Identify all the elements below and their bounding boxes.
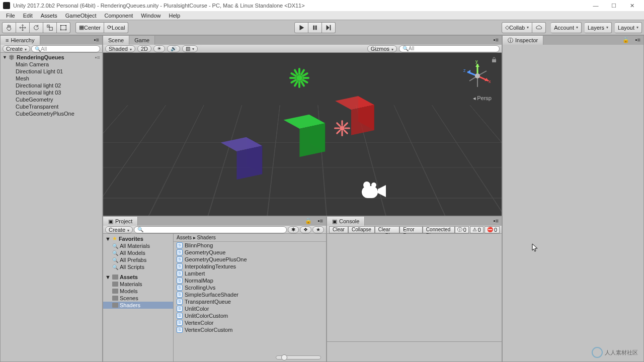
camera-icon [360, 181, 388, 201]
pivot-center-button[interactable]: ▦ Center [75, 22, 104, 33]
search-filter-icon[interactable]: ✱ [288, 226, 299, 233]
shader-file[interactable]: SGeometryQueue [174, 249, 326, 256]
lock-icon[interactable] [492, 57, 497, 63]
favorite-item[interactable]: 🔍All Scripts [103, 263, 173, 270]
orientation-gizmo[interactable]: y x z [462, 61, 493, 91]
hierarchy-item[interactable]: Directional light 02 [1, 82, 102, 89]
hierarchy-item[interactable]: CubeGeometryPlusOne [1, 110, 102, 117]
shader-file[interactable]: SUnlitColor [174, 305, 326, 312]
shader-file[interactable]: SLambert [174, 270, 326, 277]
project-search[interactable]: 🔍 [134, 226, 287, 233]
perspective-label[interactable]: Persp [473, 95, 492, 102]
panel-menu-icon[interactable]: ▪≡ [315, 217, 326, 226]
rect-tool[interactable] [57, 22, 70, 33]
console-connected-player[interactable]: Connected Playe [423, 226, 455, 233]
search-filter-icon[interactable]: ❖ [300, 226, 311, 233]
shader-file[interactable]: SUnlitColorCustom [174, 312, 326, 319]
favorite-item[interactable]: 🔍All Materials [103, 242, 173, 249]
fx-dropdown[interactable]: ▧ [182, 45, 198, 52]
console-info-count[interactable]: ⓘ0 [455, 226, 469, 233]
shader-file[interactable]: STransparentQueue [174, 298, 326, 305]
panel-menu-icon[interactable]: ▪≡ [491, 36, 502, 45]
gizmos-dropdown[interactable]: Gizmos [367, 45, 397, 52]
shader-file[interactable]: SVertexColor [174, 319, 326, 326]
panel-menu-icon[interactable]: ▪≡ [91, 36, 102, 45]
hierarchy-tab[interactable]: ≡Hierarchy [1, 36, 40, 45]
folder-item[interactable]: Models [103, 288, 173, 295]
scale-tool[interactable] [43, 22, 57, 33]
hierarchy-item[interactable]: CubeTransparent [1, 103, 102, 110]
scene-search[interactable]: 🔍All [399, 45, 500, 52]
menu-window[interactable]: Window [137, 12, 165, 20]
game-tab[interactable]: Game [129, 36, 155, 45]
console-clear-on-play[interactable]: Clear on Play [375, 226, 399, 233]
close-button[interactable]: ✕ [623, 1, 641, 11]
hierarchy-item[interactable]: Directional Light 01 [1, 68, 102, 75]
hierarchy-item[interactable]: Main Camera [1, 61, 102, 68]
shader-file[interactable]: SVertexColorCustom [174, 326, 326, 333]
pause-button[interactable] [308, 22, 322, 33]
hierarchy-item[interactable]: CubeGeometry [1, 96, 102, 103]
menu-file[interactable]: File [2, 12, 19, 20]
project-create-button[interactable]: Create [105, 226, 133, 233]
save-search-icon[interactable]: ★ [312, 226, 324, 233]
console-warn-count[interactable]: ⚠0 [470, 226, 484, 233]
audio-toggle[interactable]: 🔊 [167, 45, 180, 52]
shader-file[interactable]: SSimpleSurfaceShader [174, 291, 326, 298]
inspector-tab[interactable]: ⓘInspector [503, 36, 543, 45]
favorite-item[interactable]: 🔍All Prefabs [103, 256, 173, 263]
lighting-toggle[interactable]: ☀ [153, 45, 165, 52]
hierarchy-search[interactable]: 🔍All [31, 45, 100, 52]
layers-dropdown[interactable]: Layers [585, 22, 612, 33]
hand-tool[interactable] [2, 22, 16, 33]
scene-viewport[interactable]: y x z Persp [103, 53, 502, 216]
shaded-dropdown[interactable]: Shaded [105, 45, 135, 52]
2d-toggle[interactable]: 2D [137, 45, 151, 52]
play-button[interactable] [294, 22, 308, 33]
minimize-button[interactable]: — [587, 1, 605, 11]
menu-gameobject[interactable]: GameObject [61, 12, 101, 20]
panel-menu-icon[interactable]: ▪≡ [491, 217, 502, 226]
console-error-pause[interactable]: Error Pause [399, 226, 423, 233]
folder-item[interactable]: Scenes [103, 295, 173, 302]
shader-file[interactable]: SScrollingUvs [174, 284, 326, 291]
lock-icon[interactable]: 🔒 [302, 217, 315, 226]
layout-dropdown[interactable]: Layout [615, 22, 642, 33]
menu-assets[interactable]: Assets [37, 12, 61, 20]
assets-header[interactable]: ▼Assets [103, 274, 173, 281]
folder-item[interactable]: Materials [103, 281, 173, 288]
hierarchy-item[interactable]: Mesh [1, 75, 102, 82]
scene-tab[interactable]: Scene [103, 36, 129, 45]
menu-help[interactable]: Help [165, 12, 184, 20]
scene-header[interactable]: ▼ RenderingQueues ▪≡ [1, 54, 102, 61]
console-error-count[interactable]: ⛔0 [485, 226, 500, 233]
pivot-local-button[interactable]: ⟳ Local [104, 22, 128, 33]
lock-icon[interactable]: 🔒 [619, 36, 632, 45]
shader-file[interactable]: SBlinnPhong [174, 242, 326, 249]
console-clear[interactable]: Clear [329, 226, 348, 233]
hierarchy-item[interactable]: Directional light 03 [1, 89, 102, 96]
maximize-button[interactable]: ☐ [605, 1, 623, 11]
svg-rect-1 [49, 27, 52, 30]
panel-menu-icon[interactable]: ▪≡ [632, 36, 643, 45]
shader-file[interactable]: SNormalMap [174, 277, 326, 284]
project-tab[interactable]: ▣Project [103, 217, 138, 226]
step-button[interactable] [322, 22, 336, 33]
favorite-item[interactable]: 🔍All Models [103, 249, 173, 256]
thumbnail-size-slider[interactable] [276, 355, 321, 359]
shader-file[interactable]: SGeometryQueuePlusOne [174, 256, 326, 263]
console-collapse[interactable]: Collapse [348, 226, 375, 233]
favorites-header[interactable]: ▼★Favorites [103, 235, 173, 242]
menu-component[interactable]: Component [100, 12, 137, 20]
move-tool[interactable] [16, 22, 30, 33]
project-breadcrumb[interactable]: Assets ▸ Shaders [174, 234, 326, 242]
shader-file[interactable]: SInterpolatingTextures [174, 263, 326, 270]
menu-edit[interactable]: Edit [19, 12, 37, 20]
console-tab[interactable]: ▣Console [327, 217, 365, 226]
folder-item[interactable]: Shaders [103, 302, 173, 309]
collab-dropdown[interactable]: ◇ Collab [502, 22, 532, 33]
rotate-tool[interactable] [30, 22, 43, 33]
hierarchy-create-button[interactable]: Create [3, 45, 30, 52]
account-dropdown[interactable]: Account [551, 22, 582, 33]
cloud-button[interactable] [532, 22, 546, 33]
